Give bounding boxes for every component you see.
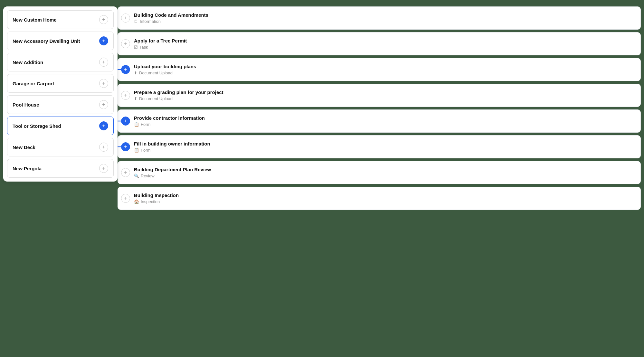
task-subtitle-icon-grading-plan: ⬆: [134, 96, 137, 101]
task-subtitle-icon-building-code: 🗒: [134, 19, 138, 24]
task-title-plan-review: Building Department Plan Review: [134, 167, 635, 172]
task-add-btn-owner-info[interactable]: +: [121, 142, 130, 151]
task-title-grading-plan: Prepare a grading plan for your project: [134, 89, 635, 95]
task-subtitle-text-plan-review: Review: [141, 174, 155, 178]
right-panel: +Building Code and Amendments🗒Informatio…: [118, 6, 641, 210]
task-subtitle-plan-review: 🔍Review: [134, 174, 635, 178]
sidebar-item-label-new-pergola: New Pergola: [13, 166, 42, 171]
sidebar-item-new-custom-home[interactable]: New Custom Home+: [7, 10, 114, 29]
task-subtitle-icon-owner-info: 📋: [134, 148, 139, 153]
task-subtitle-text-building-code: Information: [140, 19, 161, 24]
plus-icon: +: [102, 17, 105, 22]
task-title-inspection: Building Inspection: [134, 193, 635, 198]
sidebar-item-pool-house[interactable]: Pool House+: [7, 95, 114, 114]
task-subtitle-building-code: 🗒Information: [134, 19, 635, 24]
plus-icon: +: [102, 102, 105, 107]
sidebar-item-label-new-accessory-dwelling-unit: New Accessory Dwelling Unit: [13, 38, 80, 44]
plus-icon: +: [102, 166, 105, 171]
task-subtitle-icon-plan-review: 🔍: [134, 174, 139, 178]
sidebar-item-label-new-addition: New Addition: [13, 60, 43, 65]
sidebar-item-label-garage-or-carport: Garage or Carport: [13, 81, 54, 86]
task-subtitle-icon-contractor-info: 📋: [134, 122, 139, 127]
task-card-inspection: +Building Inspection🏠Inspection: [118, 187, 641, 210]
plus-icon: +: [102, 60, 105, 65]
sidebar-item-add-btn-new-pergola[interactable]: +: [99, 164, 108, 173]
task-subtitle-text-owner-info: Form: [141, 148, 150, 153]
task-subtitle-icon-building-plans: ⬆: [134, 70, 137, 75]
task-subtitle-icon-tree-permit: ☑: [134, 45, 138, 50]
plus-icon: +: [102, 81, 105, 86]
task-title-building-plans: Upload your building plans: [134, 64, 635, 69]
task-card-building-code: +Building Code and Amendments🗒Informatio…: [118, 6, 641, 30]
task-subtitle-owner-info: 📋Form: [134, 148, 635, 153]
task-card-owner-info: +Fill in building owner information📋Form: [118, 135, 641, 158]
task-card-tree-permit: +Apply for a Tree Permit☑Task: [118, 32, 641, 55]
task-add-btn-inspection[interactable]: +: [121, 194, 130, 203]
plus-icon: +: [102, 145, 105, 150]
task-subtitle-text-tree-permit: Task: [139, 45, 148, 50]
plus-icon: +: [102, 38, 105, 43]
task-title-tree-permit: Apply for a Tree Permit: [134, 38, 635, 43]
task-card-plan-review: +Building Department Plan Review🔍Review: [118, 161, 641, 184]
sidebar-item-tool-or-storage-shed[interactable]: Tool or Storage Shed+: [7, 117, 114, 135]
task-add-btn-grading-plan[interactable]: +: [121, 91, 130, 100]
sidebar-item-new-addition[interactable]: New Addition+: [7, 53, 114, 71]
task-subtitle-text-building-plans: Document Upload: [139, 70, 173, 75]
task-subtitle-contractor-info: 📋Form: [134, 122, 635, 127]
task-subtitle-building-plans: ⬆Document Upload: [134, 70, 635, 75]
sidebar-item-add-btn-new-accessory-dwelling-unit[interactable]: +: [99, 36, 108, 45]
sidebar-item-label-new-custom-home: New Custom Home: [13, 17, 57, 23]
main-container: New Custom Home+New Accessory Dwelling U…: [3, 3, 641, 210]
task-subtitle-tree-permit: ☑Task: [134, 45, 635, 50]
task-title-contractor-info: Provide contractor information: [134, 115, 635, 121]
layout-middle: +Building Code and Amendments🗒Informatio…: [118, 6, 641, 210]
task-subtitle-icon-inspection: 🏠: [134, 199, 139, 204]
sidebar-item-new-pergola[interactable]: New Pergola+: [7, 159, 114, 178]
task-subtitle-text-contractor-info: Form: [141, 122, 150, 127]
task-add-btn-tree-permit[interactable]: +: [121, 39, 130, 48]
sidebar-item-add-btn-new-addition[interactable]: +: [99, 58, 108, 67]
sidebar-item-add-btn-pool-house[interactable]: +: [99, 100, 108, 109]
task-add-btn-plan-review[interactable]: +: [121, 168, 130, 177]
task-add-btn-building-plans[interactable]: +: [121, 65, 130, 74]
task-add-btn-contractor-info[interactable]: +: [121, 117, 130, 126]
sidebar: New Custom Home+New Accessory Dwelling U…: [3, 6, 118, 182]
sidebar-item-label-pool-house: Pool House: [13, 102, 39, 108]
task-title-owner-info: Fill in building owner information: [134, 141, 635, 146]
task-subtitle-text-grading-plan: Document Upload: [139, 96, 173, 101]
sidebar-item-label-tool-or-storage-shed: Tool or Storage Shed: [13, 123, 61, 129]
sidebar-item-label-new-deck: New Deck: [13, 145, 35, 150]
task-subtitle-text-inspection: Inspection: [141, 199, 160, 204]
task-card-contractor-info: +Provide contractor information📋Form: [118, 109, 641, 133]
task-title-building-code: Building Code and Amendments: [134, 12, 635, 18]
task-subtitle-grading-plan: ⬆Document Upload: [134, 96, 635, 101]
sidebar-item-garage-or-carport[interactable]: Garage or Carport+: [7, 74, 114, 93]
sidebar-item-new-accessory-dwelling-unit[interactable]: New Accessory Dwelling Unit+: [7, 32, 114, 50]
task-subtitle-inspection: 🏠Inspection: [134, 199, 635, 204]
plus-icon: +: [102, 123, 105, 128]
sidebar-item-add-btn-new-deck[interactable]: +: [99, 143, 108, 152]
sidebar-item-add-btn-new-custom-home[interactable]: +: [99, 15, 108, 24]
task-card-grading-plan: +Prepare a grading plan for your project…: [118, 84, 641, 107]
sidebar-item-new-deck[interactable]: New Deck+: [7, 138, 114, 156]
sidebar-item-add-btn-tool-or-storage-shed[interactable]: +: [99, 121, 108, 130]
sidebar-item-add-btn-garage-or-carport[interactable]: +: [99, 79, 108, 88]
task-card-building-plans: +Upload your building plans⬆Document Upl…: [118, 58, 641, 81]
task-add-btn-building-code[interactable]: +: [121, 14, 130, 23]
